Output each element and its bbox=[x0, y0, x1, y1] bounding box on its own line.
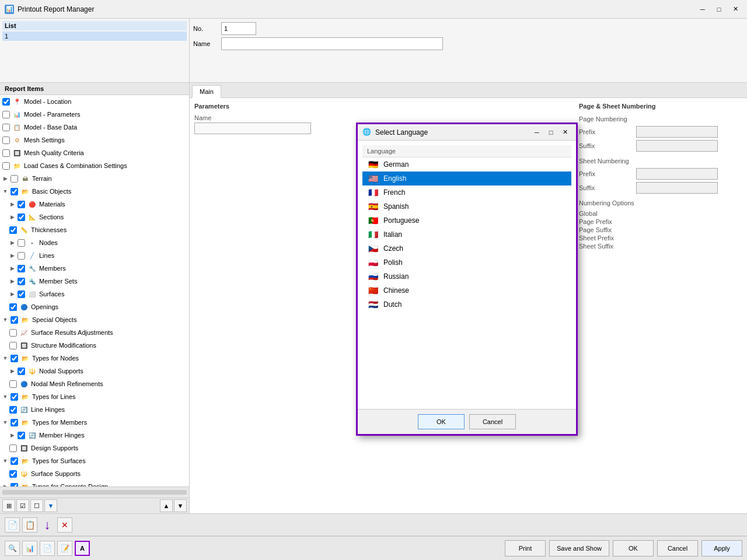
russian-label: Russian bbox=[383, 272, 409, 281]
polish-flag: 🇵🇱 bbox=[367, 258, 379, 267]
italian-label: Italian bbox=[383, 230, 402, 239]
dialog-footer: OK Cancel bbox=[358, 409, 576, 434]
select-language-dialog: 🌐 Select Language ─ □ ✕ Language 🇩🇪 Germ… bbox=[356, 123, 578, 436]
lang-czech[interactable]: 🇨🇿 Czech bbox=[362, 242, 571, 256]
lang-russian[interactable]: 🇷🇺 Russian bbox=[362, 270, 571, 284]
lang-chinese[interactable]: 🇨🇳 Chinese bbox=[362, 284, 571, 298]
dialog-title-left: 🌐 Select Language bbox=[362, 128, 428, 137]
french-label: French bbox=[383, 188, 405, 197]
lang-polish[interactable]: 🇵🇱 Polish bbox=[362, 256, 571, 270]
language-list: 🇩🇪 German 🇺🇸 English 🇫🇷 French 🇪🇸 Spanis… bbox=[362, 158, 571, 312]
dialog-icon: 🌐 bbox=[362, 128, 372, 137]
czech-label: Czech bbox=[383, 244, 403, 253]
english-flag: 🇺🇸 bbox=[367, 174, 379, 183]
polish-label: Polish bbox=[383, 258, 403, 267]
russian-flag: 🇷🇺 bbox=[367, 272, 379, 281]
dialog-overlay: 🌐 Select Language ─ □ ✕ Language 🇩🇪 Germ… bbox=[0, 0, 747, 560]
dialog-controls: ─ □ ✕ bbox=[530, 127, 571, 138]
lang-german[interactable]: 🇩🇪 German bbox=[362, 158, 571, 172]
dialog-ok-button[interactable]: OK bbox=[418, 414, 465, 429]
german-flag: 🇩🇪 bbox=[367, 160, 379, 169]
portuguese-flag: 🇵🇹 bbox=[367, 216, 379, 225]
lang-italian[interactable]: 🇮🇹 Italian bbox=[362, 228, 571, 242]
lang-english[interactable]: 🇺🇸 English bbox=[362, 172, 571, 186]
spanish-label: Spanish bbox=[383, 202, 409, 211]
german-label: German bbox=[383, 160, 409, 169]
dialog-cancel-button[interactable]: Cancel bbox=[469, 414, 516, 429]
dialog-body: Language 🇩🇪 German 🇺🇸 English 🇫🇷 French … bbox=[358, 141, 576, 409]
dialog-title: Select Language bbox=[375, 128, 428, 136]
italian-flag: 🇮🇹 bbox=[367, 230, 379, 239]
lang-dutch[interactable]: 🇳🇱 Dutch bbox=[362, 298, 571, 312]
dialog-minimize-button[interactable]: ─ bbox=[530, 127, 543, 138]
language-header: Language bbox=[362, 145, 571, 158]
dialog-maximize-button[interactable]: □ bbox=[544, 127, 557, 138]
lang-portuguese[interactable]: 🇵🇹 Portuguese bbox=[362, 214, 571, 228]
lang-spanish[interactable]: 🇪🇸 Spanish bbox=[362, 200, 571, 214]
spanish-flag: 🇪🇸 bbox=[367, 202, 379, 211]
dutch-label: Dutch bbox=[383, 300, 402, 309]
french-flag: 🇫🇷 bbox=[367, 188, 379, 197]
chinese-label: Chinese bbox=[383, 286, 409, 295]
portuguese-label: Portuguese bbox=[383, 216, 419, 225]
czech-flag: 🇨🇿 bbox=[367, 244, 379, 253]
english-label: English bbox=[383, 174, 406, 183]
lang-french[interactable]: 🇫🇷 French bbox=[362, 186, 571, 200]
dutch-flag: 🇳🇱 bbox=[367, 300, 379, 309]
chinese-flag: 🇨🇳 bbox=[367, 286, 379, 295]
dialog-close-button[interactable]: ✕ bbox=[558, 127, 571, 138]
dialog-title-bar: 🌐 Select Language ─ □ ✕ bbox=[358, 124, 576, 141]
